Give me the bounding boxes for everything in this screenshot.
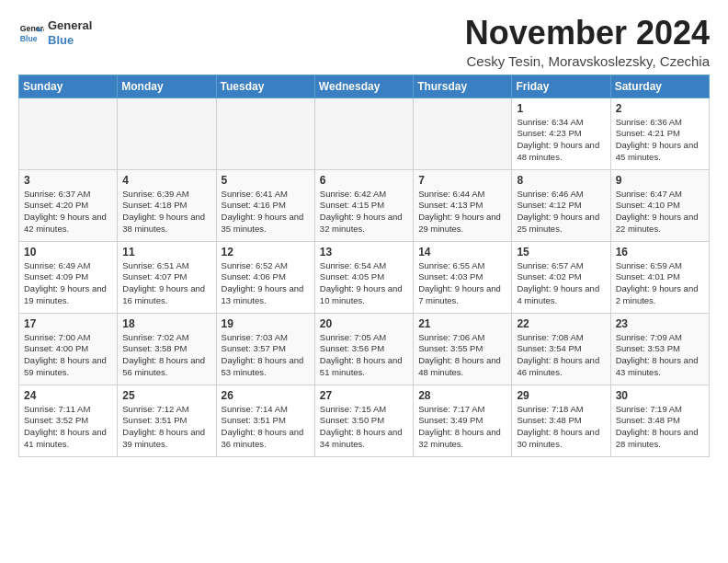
month-title: November 2024 xyxy=(465,15,710,52)
calendar-cell: 22Sunrise: 7:08 AM Sunset: 3:54 PM Dayli… xyxy=(512,313,610,385)
day-number: 5 xyxy=(222,174,310,187)
day-info: Sunrise: 6:36 AM Sunset: 4:21 PM Dayligh… xyxy=(616,117,704,164)
day-info: Sunrise: 7:00 AM Sunset: 4:00 PM Dayligh… xyxy=(24,332,112,379)
day-info: Sunrise: 7:19 AM Sunset: 3:48 PM Dayligh… xyxy=(616,404,704,451)
day-number: 23 xyxy=(616,317,704,330)
day-number: 14 xyxy=(418,246,506,259)
column-header-wednesday: Wednesday xyxy=(314,75,413,98)
calendar-week-row: 10Sunrise: 6:49 AM Sunset: 4:09 PM Dayli… xyxy=(19,241,710,313)
day-info: Sunrise: 7:03 AM Sunset: 3:57 PM Dayligh… xyxy=(222,332,310,379)
calendar-cell: 11Sunrise: 6:51 AM Sunset: 4:07 PM Dayli… xyxy=(118,241,216,313)
day-info: Sunrise: 6:51 AM Sunset: 4:07 PM Dayligh… xyxy=(122,260,210,307)
day-number: 11 xyxy=(122,246,210,259)
column-header-monday: Monday xyxy=(118,75,216,98)
calendar-cell xyxy=(314,98,413,169)
calendar-cell xyxy=(19,98,118,169)
calendar-week-row: 17Sunrise: 7:00 AM Sunset: 4:00 PM Dayli… xyxy=(19,313,710,385)
location-title: Cesky Tesin, Moravskoslezsky, Czechia xyxy=(465,53,710,69)
calendar-cell: 10Sunrise: 6:49 AM Sunset: 4:09 PM Dayli… xyxy=(19,241,118,313)
day-number: 2 xyxy=(616,102,704,115)
calendar-cell: 27Sunrise: 7:15 AM Sunset: 3:50 PM Dayli… xyxy=(314,385,413,456)
calendar-table: SundayMondayTuesdayWednesdayThursdayFrid… xyxy=(18,75,710,457)
day-info: Sunrise: 6:57 AM Sunset: 4:02 PM Dayligh… xyxy=(517,260,605,307)
day-info: Sunrise: 7:06 AM Sunset: 3:55 PM Dayligh… xyxy=(418,332,506,379)
logo: General Blue General Blue xyxy=(18,18,92,47)
day-number: 26 xyxy=(222,389,310,402)
day-number: 19 xyxy=(222,317,310,330)
calendar-cell: 29Sunrise: 7:18 AM Sunset: 3:48 PM Dayli… xyxy=(512,385,610,456)
calendar-cell: 1Sunrise: 6:34 AM Sunset: 4:23 PM Daylig… xyxy=(512,98,610,169)
day-info: Sunrise: 6:54 AM Sunset: 4:05 PM Dayligh… xyxy=(320,260,408,307)
column-header-tuesday: Tuesday xyxy=(216,75,314,98)
day-number: 17 xyxy=(24,317,112,330)
calendar-cell: 24Sunrise: 7:11 AM Sunset: 3:52 PM Dayli… xyxy=(19,385,118,456)
day-info: Sunrise: 7:11 AM Sunset: 3:52 PM Dayligh… xyxy=(24,404,112,451)
day-info: Sunrise: 6:49 AM Sunset: 4:09 PM Dayligh… xyxy=(24,260,112,307)
day-info: Sunrise: 6:46 AM Sunset: 4:12 PM Dayligh… xyxy=(517,189,605,236)
column-header-friday: Friday xyxy=(512,75,610,98)
page-container: General Blue General Blue November 2024 … xyxy=(0,0,728,466)
logo-icon: General Blue xyxy=(18,20,44,46)
day-number: 29 xyxy=(517,389,605,402)
calendar-cell: 2Sunrise: 6:36 AM Sunset: 4:21 PM Daylig… xyxy=(610,98,709,169)
day-info: Sunrise: 6:41 AM Sunset: 4:16 PM Dayligh… xyxy=(222,189,310,236)
day-number: 30 xyxy=(616,389,704,402)
day-number: 16 xyxy=(616,246,704,259)
calendar-cell: 18Sunrise: 7:02 AM Sunset: 3:58 PM Dayli… xyxy=(118,313,216,385)
calendar-cell: 19Sunrise: 7:03 AM Sunset: 3:57 PM Dayli… xyxy=(216,313,314,385)
day-info: Sunrise: 7:14 AM Sunset: 3:51 PM Dayligh… xyxy=(222,404,310,451)
column-header-saturday: Saturday xyxy=(610,75,709,98)
day-number: 12 xyxy=(222,246,310,259)
calendar-cell xyxy=(118,98,216,169)
day-number: 15 xyxy=(517,246,605,259)
calendar-cell: 20Sunrise: 7:05 AM Sunset: 3:56 PM Dayli… xyxy=(314,313,413,385)
calendar-cell: 23Sunrise: 7:09 AM Sunset: 3:53 PM Dayli… xyxy=(610,313,709,385)
day-info: Sunrise: 6:44 AM Sunset: 4:13 PM Dayligh… xyxy=(418,189,506,236)
calendar-cell: 5Sunrise: 6:41 AM Sunset: 4:16 PM Daylig… xyxy=(216,169,314,241)
day-info: Sunrise: 7:15 AM Sunset: 3:50 PM Dayligh… xyxy=(320,404,408,451)
day-number: 7 xyxy=(418,174,506,187)
day-info: Sunrise: 6:55 AM Sunset: 4:03 PM Dayligh… xyxy=(418,260,506,307)
calendar-cell: 3Sunrise: 6:37 AM Sunset: 4:20 PM Daylig… xyxy=(19,169,118,241)
day-number: 27 xyxy=(320,389,408,402)
calendar-cell: 4Sunrise: 6:39 AM Sunset: 4:18 PM Daylig… xyxy=(118,169,216,241)
day-info: Sunrise: 6:59 AM Sunset: 4:01 PM Dayligh… xyxy=(616,260,704,307)
calendar-cell: 7Sunrise: 6:44 AM Sunset: 4:13 PM Daylig… xyxy=(414,169,512,241)
calendar-cell: 25Sunrise: 7:12 AM Sunset: 3:51 PM Dayli… xyxy=(118,385,216,456)
day-number: 9 xyxy=(616,174,704,187)
calendar-cell xyxy=(414,98,512,169)
calendar-week-row: 1Sunrise: 6:34 AM Sunset: 4:23 PM Daylig… xyxy=(19,98,710,169)
calendar-cell: 26Sunrise: 7:14 AM Sunset: 3:51 PM Dayli… xyxy=(216,385,314,456)
calendar-cell: 16Sunrise: 6:59 AM Sunset: 4:01 PM Dayli… xyxy=(610,241,709,313)
day-number: 22 xyxy=(517,317,605,330)
day-number: 25 xyxy=(122,389,210,402)
day-info: Sunrise: 7:09 AM Sunset: 3:53 PM Dayligh… xyxy=(616,332,704,379)
day-info: Sunrise: 7:17 AM Sunset: 3:49 PM Dayligh… xyxy=(418,404,506,451)
day-info: Sunrise: 6:47 AM Sunset: 4:10 PM Dayligh… xyxy=(616,189,704,236)
day-info: Sunrise: 6:37 AM Sunset: 4:20 PM Dayligh… xyxy=(24,189,112,236)
day-number: 18 xyxy=(122,317,210,330)
calendar-cell: 13Sunrise: 6:54 AM Sunset: 4:05 PM Dayli… xyxy=(314,241,413,313)
day-number: 13 xyxy=(320,246,408,259)
day-number: 21 xyxy=(418,317,506,330)
calendar-cell: 9Sunrise: 6:47 AM Sunset: 4:10 PM Daylig… xyxy=(610,169,709,241)
logo-text: General Blue xyxy=(48,18,92,47)
calendar-cell: 30Sunrise: 7:19 AM Sunset: 3:48 PM Dayli… xyxy=(610,385,709,456)
calendar-cell: 21Sunrise: 7:06 AM Sunset: 3:55 PM Dayli… xyxy=(414,313,512,385)
day-number: 8 xyxy=(517,174,605,187)
svg-text:General: General xyxy=(20,24,44,33)
day-number: 1 xyxy=(517,102,605,115)
day-info: Sunrise: 6:52 AM Sunset: 4:06 PM Dayligh… xyxy=(222,260,310,307)
day-number: 4 xyxy=(122,174,210,187)
calendar-cell xyxy=(216,98,314,169)
day-info: Sunrise: 6:42 AM Sunset: 4:15 PM Dayligh… xyxy=(320,189,408,236)
svg-text:Blue: Blue xyxy=(20,33,38,42)
column-header-thursday: Thursday xyxy=(414,75,512,98)
header: General Blue General Blue November 2024 … xyxy=(18,15,710,69)
day-info: Sunrise: 6:39 AM Sunset: 4:18 PM Dayligh… xyxy=(122,189,210,236)
calendar-cell: 8Sunrise: 6:46 AM Sunset: 4:12 PM Daylig… xyxy=(512,169,610,241)
calendar-cell: 12Sunrise: 6:52 AM Sunset: 4:06 PM Dayli… xyxy=(216,241,314,313)
day-info: Sunrise: 6:34 AM Sunset: 4:23 PM Dayligh… xyxy=(517,117,605,164)
day-number: 24 xyxy=(24,389,112,402)
day-info: Sunrise: 7:05 AM Sunset: 3:56 PM Dayligh… xyxy=(320,332,408,379)
